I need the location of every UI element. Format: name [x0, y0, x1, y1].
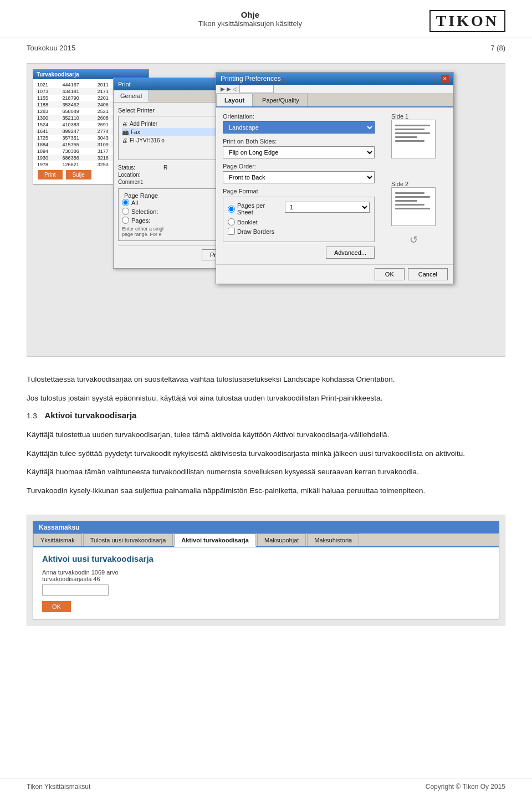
side2-label: Side 2: [391, 181, 436, 187]
side-preview-panel: Side 1 Side 2: [380, 113, 447, 246]
page-order-select[interactable]: Front to Back Back to Front: [223, 171, 375, 183]
kassamaksu-field-label: Anna turvakoodin 1069 arvoturvakoodisarj…: [42, 569, 490, 582]
prefs-footer: OK Cancel: [216, 264, 453, 284]
preview-line: [395, 204, 424, 206]
pages-per-sheet-label: Pages per Sheet: [237, 202, 283, 216]
preview-line: [395, 140, 424, 142]
kassamaksu-titlebar: Kassamaksu: [33, 521, 499, 534]
kassamaksu-tabs: Yksittäismak Tulosta uusi turvakoodisarj…: [33, 534, 499, 547]
kassamaksu-tab-maksupohjat[interactable]: Maksupohjat: [257, 534, 306, 546]
page-range-title: Page Range: [122, 192, 160, 199]
preview-line: [395, 200, 417, 202]
content-section-body3: Käyttäjä huomaa tämän vaihtuneesta turva…: [27, 466, 505, 478]
fax-icon: 📠: [122, 129, 129, 135]
section-heading: Aktivoi turvakoodisarja: [45, 411, 137, 420]
booklet-row: Booklet: [228, 218, 370, 225]
kassamaksu-input[interactable]: [42, 584, 109, 596]
pages-per-sheet-select[interactable]: 1 2 4: [285, 202, 370, 213]
prefs-right-panel: Side 1 Side 2: [380, 113, 447, 259]
side2-preview: [391, 187, 436, 226]
booklet-label: Booklet: [237, 219, 258, 225]
preview-line: [395, 192, 424, 194]
prefs-titlebar: Printing Preferences ✕: [216, 73, 453, 85]
print-both-sides-label: Print on Both Sides:: [223, 138, 375, 145]
cancel-button[interactable]: Cancel: [408, 268, 448, 280]
rotate-icon: ↺: [410, 234, 418, 246]
kassamaksu-tab-tulosta[interactable]: Tulosta uusi turvakoodisarja: [83, 534, 173, 546]
print-dialog-title: Print: [118, 81, 131, 88]
print-both-sides-select[interactable]: Flip on Long Edge Flip on Short Edge Non…: [223, 146, 375, 158]
content-para1: Tulostettaessa turvakoodisarjaa on suosi…: [27, 373, 505, 386]
page-meta: Toukokuu 2015 7 (8): [0, 38, 532, 58]
advanced-button[interactable]: Advanced...: [326, 247, 375, 259]
print-tab-general[interactable]: General: [114, 90, 149, 102]
advanced-btn-row: Advanced...: [223, 247, 375, 259]
page-header: Ohje Tikon yksittäismaksujen käsittely T…: [0, 0, 532, 38]
footer-center: Copyright © Tikon Oy 2015: [426, 783, 505, 791]
section-header: 1.3. Aktivoi turvakoodisarja: [27, 411, 505, 424]
kassamaksu-tab-yksittaismak[interactable]: Yksittäismak: [33, 534, 82, 546]
prefs-body: Orientation: Landscape Portrait Print on…: [216, 107, 453, 264]
pages-per-sheet-radio[interactable]: [228, 206, 235, 213]
page-subtitle: Tikon yksittäismaksujen käsittely: [71, 19, 429, 28]
preview-line: [395, 125, 430, 126]
page-date: Toukokuu 2015: [27, 44, 75, 52]
content-section-body4: Turvakoodin kysely-ikkunan saa suljettua…: [27, 485, 505, 497]
kassamaksu-window: Kassamaksu Yksittäismak Tulosta uusi tur…: [33, 521, 499, 619]
section-number: 1.3.: [27, 412, 39, 420]
footer-left: Tikon Yksittäismaksut: [27, 783, 90, 791]
preview-line: [395, 132, 430, 134]
screenshot-container: Turvakoodisarja 102144416720113228107343…: [27, 63, 505, 357]
kassamaksu-tab-aktivoi[interactable]: Aktivoi turvakoodisarja: [174, 534, 256, 547]
printer2-icon: 🖨: [122, 137, 127, 143]
comment-label: Comment:: [118, 179, 162, 185]
prefs-url-bar: ▶ ▶ ◁: [216, 85, 453, 94]
orientation-label: Orientation:: [223, 113, 375, 120]
kassamaksu-tab-maksuhistoria[interactable]: Maksuhistoria: [307, 534, 359, 546]
draw-borders-label: Draw Borders: [237, 228, 274, 235]
kassamaksu-body: Aktivoi uusi turvakoodisarja Anna turvak…: [33, 547, 499, 619]
kassamaksu-container: Kassamaksu Yksittäismak Tulosta uusi tur…: [27, 515, 505, 625]
bg-close-button[interactable]: Sulje: [66, 170, 91, 179]
prefs-dialog: Printing Preferences ✕ ▶ ▶ ◁ Layout Pape…: [216, 72, 454, 284]
content-section-body1: Käyttäjä tulostettua uuden turvakoodisar…: [27, 429, 505, 441]
header-title-block: Ohje Tikon yksittäismaksujen käsittely: [71, 10, 429, 28]
booklet-radio[interactable]: [228, 218, 235, 225]
page-number: 7 (8): [490, 44, 505, 52]
orientation-select[interactable]: Landscape Portrait: [223, 121, 375, 134]
radio-pages-input[interactable]: [122, 217, 129, 224]
side1-label: Side 1: [391, 113, 436, 120]
prefs-tab-layout[interactable]: Layout: [216, 94, 253, 106]
page-title: Ohje: [71, 10, 429, 19]
page-order-label: Page Order:: [223, 163, 375, 170]
content-para2: Jos tulostus jostain syystä epäonnistuu,…: [27, 392, 505, 404]
main-content: Tulostettaessa turvakoodisarjaa on suosi…: [0, 368, 532, 509]
preview-line: [395, 136, 417, 138]
content-section-body2: Käyttäjän tulee syöttää pyydetyt turvako…: [27, 448, 505, 460]
printer-icon: 🖨: [122, 121, 127, 127]
prefs-left-panel: Orientation: Landscape Portrait Print on…: [223, 113, 375, 259]
prefs-title: Printing Preferences: [221, 75, 281, 83]
prefs-close-button[interactable]: ✕: [441, 75, 449, 83]
page-footer: Tikon Yksittäismaksut Copyright © Tikon …: [0, 778, 532, 795]
location-label: Location:: [118, 172, 162, 178]
side1-container: Side 1: [391, 113, 436, 158]
page-format-label: Page Format: [223, 188, 375, 194]
ok-button[interactable]: OK: [375, 268, 405, 280]
status-label: Status:: [118, 165, 162, 171]
preview-line: [395, 196, 430, 198]
radio-selection-input[interactable]: [122, 208, 129, 215]
side2-container: Side 2: [391, 181, 436, 226]
side1-preview: [391, 120, 436, 158]
preview-line: [395, 208, 430, 209]
pages-per-sheet-row: Pages per Sheet 1 2 4: [228, 202, 370, 216]
draw-borders-checkbox[interactable]: [228, 228, 235, 235]
kassamaksu-ok-button[interactable]: OK: [42, 601, 71, 612]
prefs-tab-paper[interactable]: Paper/Quality: [254, 94, 308, 106]
preview-line: [395, 129, 424, 130]
prefs-tabs: Layout Paper/Quality: [216, 94, 453, 107]
bg-print-button[interactable]: Print: [38, 170, 63, 179]
kassamaksu-body-title: Aktivoi uusi turvakoodisarja: [42, 554, 490, 563]
page-format-group: Pages per Sheet 1 2 4 Booklet Draw Bor: [223, 197, 375, 242]
radio-all-input[interactable]: [122, 199, 129, 206]
